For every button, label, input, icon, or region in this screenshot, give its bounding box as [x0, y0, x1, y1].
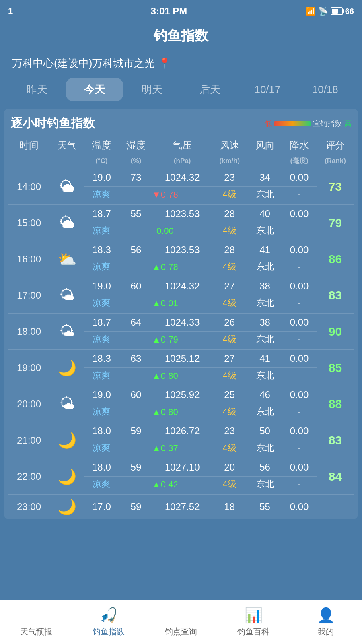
nav-icon: 📊: [245, 607, 263, 624]
cell-press: 1023.53: [153, 241, 212, 259]
table-row: 16:00 ⛅ 18.3 56 1023.53 28 41 0.00 86: [8, 241, 354, 259]
cell-wind-speed: 23: [212, 422, 248, 440]
cell-temp: 19.0: [84, 277, 119, 295]
cell-time: 18:00: [8, 314, 50, 350]
tab-10/17[interactable]: 10/17: [239, 78, 296, 101]
cell-temp: 17.0: [84, 495, 119, 519]
cell-wind-speed: 20: [212, 458, 248, 477]
cell-wind-dir: 东北: [248, 295, 282, 314]
nav-item-我的[interactable]: 👤 我的: [290, 600, 362, 644]
nav-label: 钓鱼指数: [93, 626, 125, 637]
cell-wind-dir-num: 41: [248, 241, 282, 259]
nav-label: 天气预报: [20, 626, 52, 637]
nav-item-钓鱼百科[interactable]: 📊 钓鱼百科: [217, 600, 290, 644]
nav-icon: 🎣: [100, 607, 118, 624]
tab-昨天[interactable]: 昨天: [8, 78, 66, 101]
legend-low: 低: [265, 119, 272, 128]
tab-10/18[interactable]: 10/18: [296, 78, 354, 101]
cell-wind-dir-num: 38: [248, 314, 282, 332]
cell-temp: 18.0: [84, 458, 119, 477]
cell-weather-icon: 🌤: [50, 386, 84, 422]
cell-score: 85: [317, 350, 354, 386]
cell-comfort: 凉爽: [84, 368, 119, 386]
nav-item-钓点查询[interactable]: 🏖 钓点查询: [145, 600, 217, 644]
cell-wind-dir: 东北: [248, 368, 282, 386]
col-winddir-unit: [248, 155, 282, 169]
cell-press-change: ▲0.37: [119, 440, 211, 458]
cell-comfort: 凉爽: [84, 259, 119, 277]
cell-wind-dir: 东北: [248, 223, 282, 241]
cell-score: 83: [317, 422, 354, 458]
cell-time: 17:00: [8, 277, 50, 314]
hourly-section: 逐小时钓鱼指数 低 宜钓指数 高 时间 天气 温度 湿度 气压 风速 风向 降水…: [4, 109, 358, 519]
nav-item-天气预报[interactable]: 🌤 天气预报: [0, 600, 72, 644]
column-units: (°C) (%) (hPa) (km/h) (毫度) (Rank): [8, 155, 354, 169]
cell-wind-speed: 25: [212, 386, 248, 404]
cell-rain: 0.00: [282, 241, 317, 259]
cell-press: 1027.52: [153, 495, 212, 519]
cell-wind-speed: 28: [212, 205, 248, 223]
table-row: 14:00 🌥 19.0 73 1024.32 23 34 0.00 73: [8, 169, 354, 187]
cell-rain-sub: -: [282, 332, 317, 350]
cell-rain-sub: -: [282, 259, 317, 277]
legend-bar: [274, 121, 311, 126]
cell-score: 90: [317, 314, 354, 350]
col-humid: 湿度: [119, 136, 153, 155]
legend-label: 宜钓指数: [313, 119, 342, 128]
battery-label: 66: [345, 7, 354, 16]
cell-score: 86: [317, 241, 354, 277]
cell-score: 79: [317, 205, 354, 241]
status-indicator: 1: [8, 6, 32, 17]
cell-wind-level: 4级: [212, 332, 248, 350]
table-row: 15:00 🌥 18.7 55 1023.53 28 40 0.00 79: [8, 205, 354, 223]
cell-rain: 0.00: [282, 205, 317, 223]
nav-item-钓鱼指数[interactable]: 🎣 钓鱼指数: [72, 600, 145, 644]
cell-time: 22:00: [8, 458, 50, 495]
tab-后天[interactable]: 后天: [181, 78, 239, 101]
cell-comfort: 凉爽: [84, 295, 119, 314]
cell-rain: 0.00: [282, 386, 317, 404]
col-rain-unit: (毫度): [282, 155, 317, 169]
cell-wind-level: 4级: [212, 223, 248, 241]
legend-high: 高: [344, 119, 352, 128]
col-rain: 降水: [282, 136, 317, 155]
cell-humid: 59: [119, 422, 153, 440]
cell-wind-level: 4级: [212, 187, 248, 205]
cell-humid: 55: [119, 205, 153, 223]
wifi-icon: 📶: [306, 6, 316, 16]
col-humid-unit: (%): [119, 155, 153, 169]
cell-weather-icon: 🌤: [50, 314, 84, 350]
cell-score: 88: [317, 386, 354, 422]
cell-wind-dir: 东北: [248, 332, 282, 350]
cell-press: 1026.72: [153, 422, 212, 440]
press-change: ▲0.37: [152, 443, 178, 453]
tab-明天[interactable]: 明天: [123, 78, 181, 101]
cell-time: 19:00: [8, 350, 50, 386]
status-time: 3:01 PM: [32, 6, 306, 17]
cell-rain-sub: -: [282, 440, 317, 458]
col-weather-unit: [50, 155, 84, 169]
cell-rain-sub: -: [282, 404, 317, 422]
cell-time: 20:00: [8, 386, 50, 422]
battery-icon: [331, 7, 343, 15]
press-change: ▲0.79: [152, 334, 178, 345]
press-change: ▲0.80: [152, 371, 178, 381]
cell-temp: 18.7: [84, 205, 119, 223]
cell-weather-icon: 🌙: [50, 495, 84, 519]
cell-press-change: ▲0.79: [119, 332, 211, 350]
cell-score: [317, 495, 354, 519]
table-row: 17:00 🌤 19.0 60 1024.32 27 38 0.00 83: [8, 277, 354, 295]
cell-rain-sub: -: [282, 477, 317, 495]
bottom-nav: 🌤 天气预报 🎣 钓鱼指数 🏖 钓点查询 📊 钓鱼百科 👤 我的: [0, 600, 362, 644]
tab-今天[interactable]: 今天: [66, 78, 123, 101]
cell-comfort: 凉爽: [84, 404, 119, 422]
signal-icon: 📡: [318, 6, 328, 16]
table-row: 19:00 🌙 18.3 63 1025.12 27 41 0.00 85: [8, 350, 354, 368]
press-change: ▼0.78: [152, 190, 178, 200]
cell-temp: 18.3: [84, 241, 119, 259]
cell-wind-speed: 26: [212, 314, 248, 332]
cell-wind-speed: 23: [212, 169, 248, 187]
cell-wind-level: 4级: [212, 404, 248, 422]
nav-icon: 👤: [317, 607, 335, 624]
cell-comfort: 凉爽: [84, 187, 119, 205]
